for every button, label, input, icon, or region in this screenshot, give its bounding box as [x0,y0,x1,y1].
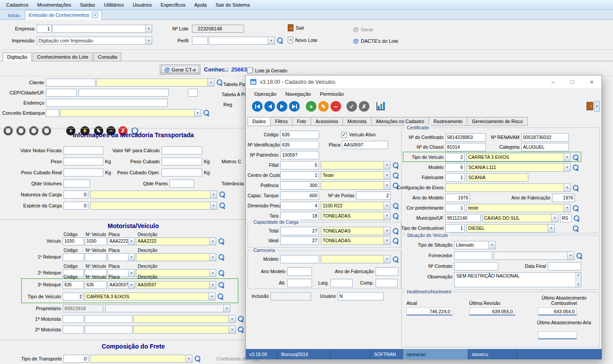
tab-close-icon[interactable]: × [92,12,98,18]
empresa-combo[interactable] [52,25,152,33]
modal-title-bar[interactable]: v3.18.00 - Cadastro de Veículos – □ × [246,75,602,89]
chevron-down-icon[interactable] [567,252,574,259]
scroll-down-icon[interactable]: ▼ [577,283,580,286]
municipio-combo[interactable]: CAXIAS DO SUL [482,214,558,222]
cliente-combo[interactable] [96,79,214,86]
minimize-icon[interactable]: – [543,75,563,88]
patrimonio-input[interactable]: 100597 [280,151,319,159]
tipo-veiculo-code-input[interactable]: 2 [63,293,84,300]
tipo-veiculo-code-input[interactable]: 2 [445,153,465,161]
cep-input[interactable] [46,89,77,97]
subtab-digitacao[interactable]: Digitação [3,53,32,61]
filial-code-input[interactable]: 5 [280,161,319,169]
nav-last-icon[interactable] [289,101,300,112]
tipo-veiculo-search-icon[interactable] [217,293,224,300]
tipo-veiculo-combo[interactable]: CARRETA 3 EIXOS [85,293,215,300]
especie-carga-combo[interactable] [90,202,217,210]
cliente-search-icon[interactable] [216,79,223,86]
cor-search-icon[interactable] [572,205,579,211]
menu-item-cadastros[interactable]: Cadastros [2,1,33,9]
tab-dados[interactable]: Dados [248,117,271,126]
gerar-button[interactable]: Gerar [361,27,373,32]
chevron-down-icon[interactable] [384,212,390,220]
dacte-lote-button[interactable]: DACTE's do Lote [361,38,399,44]
nav-first-icon[interactable] [252,101,263,112]
motorista2-search-icon[interactable] [237,326,244,333]
dimensao-pneus-code-input[interactable]: 4 [280,202,319,210]
menu-item-saidas[interactable]: Saídas [75,1,99,9]
chevron-down-icon[interactable] [208,293,215,300]
motorista1-doc-input[interactable] [85,315,132,323]
placa-input[interactable]: AAS0597 [342,141,388,149]
motorista1-search-icon[interactable] [237,315,244,322]
chevron-down-icon[interactable] [209,254,216,261]
veiculo-descricao-combo[interactable]: AAA2222 [136,237,216,245]
chevron-down-icon[interactable] [128,238,135,245]
motorista2-doc-input[interactable] [85,326,132,334]
fornecedor-search-icon[interactable] [576,252,583,259]
tipo-transporte-code-input[interactable]: 0 [64,355,88,363]
chevron-down-icon[interactable] [128,254,135,261]
centro-custo-code-input[interactable]: 1 [280,171,319,180]
tab-gerenciamento-risco[interactable]: Gerenciamento de Risco [467,117,528,126]
reboque3-placa-combo[interactable]: AAS0597 [108,281,135,289]
chevron-down-icon[interactable] [229,326,235,333]
combustivel-code-input[interactable]: 1 [445,224,465,233]
valor-notas-fiscais-input[interactable] [64,146,103,154]
total-um-combo[interactable]: TONELADAS [321,227,391,235]
ano-fabricacao-input[interactable]: 1976 [552,194,575,202]
menu-item-ajuda[interactable]: Ajuda [190,1,211,9]
chevron-down-icon[interactable] [145,37,152,44]
chevron-down-icon[interactable] [548,225,554,232]
maximize-icon[interactable]: □ [563,75,582,88]
data-final-input[interactable] [548,262,581,270]
chevron-down-icon[interactable] [229,315,235,323]
reboque2-search-icon[interactable] [218,270,225,276]
add-record-icon[interactable]: + [306,101,316,112]
close-icon[interactable]: × [582,75,602,88]
reboque3-nveiculo-input[interactable]: 635 [85,281,107,289]
carroceria-modelo-code-input[interactable] [280,255,319,263]
potencia-input[interactable]: 300 [280,181,319,190]
chevron-down-icon[interactable] [128,281,135,289]
ideal-input[interactable]: 27 [280,236,319,245]
tab-emissao-conhecimentos[interactable]: Emissão de Conhecimentos × [25,10,102,20]
veiculo-ativo-checkbox[interactable] [341,132,347,138]
conceito-combo[interactable] [60,109,201,117]
reboque3-codigo-input[interactable]: 635 [63,281,84,289]
chevron-down-icon[interactable] [384,161,390,169]
gerar-cte-button[interactable]: @ Gerar CT-e [160,64,200,75]
configuracao-eixos-search-icon[interactable] [572,184,579,191]
capac-tanque-input[interactable]: 600 [280,191,319,200]
reboque1-descricao-combo[interactable] [136,253,216,261]
delete-record-icon[interactable]: − [331,101,341,112]
chevron-down-icon[interactable] [384,255,390,263]
nav-next-icon[interactable] [277,101,287,112]
chevron-down-icon[interactable] [194,109,201,116]
tara-input[interactable]: 18 [280,212,319,220]
tipo-transporte-search-icon[interactable] [194,355,201,362]
natureza-search-icon[interactable] [219,191,226,198]
especie-carga-code-input[interactable]: 0 [64,202,88,210]
tipo-situacao-combo[interactable]: Liberado [454,241,496,249]
tab-inicio[interactable]: Início [3,11,25,19]
comprimento-input[interactable] [376,279,398,287]
toolbar-overflow-dropdown[interactable] [594,101,600,112]
scroll-up-icon[interactable]: ▲ [577,274,580,276]
motorista2-code-input[interactable] [63,326,84,334]
subtab-conhecimentos-lote[interactable]: Conhecimentos do Lote [33,53,93,61]
reboque3-descricao-combo[interactable]: AAS0597 [136,281,216,289]
uf-input[interactable] [188,89,198,97]
cliente-code-input[interactable] [46,79,95,86]
codigo-input[interactable]: 635 [280,131,319,139]
carroceria-modelo-combo[interactable] [321,255,391,263]
modelo-search-icon[interactable] [572,164,579,171]
perfil-code-input[interactable] [192,37,208,45]
chevron-down-icon[interactable] [384,237,390,244]
chevron-down-icon[interactable] [384,227,390,235]
motorista1-code-input[interactable] [63,315,84,323]
chevron-down-icon[interactable] [564,164,570,171]
reboque1-search-icon[interactable] [218,254,225,260]
exit-door-icon[interactable] [587,102,593,110]
qtde-pares-input[interactable] [169,180,194,188]
